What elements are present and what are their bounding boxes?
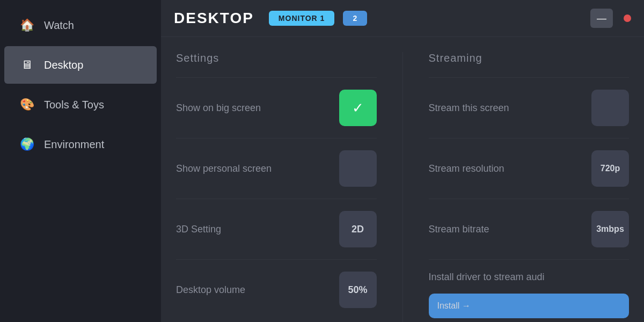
sidebar-label-tools: Tools & Toys — [44, 99, 104, 111]
install-driver-label: Install driver to stream audi — [429, 272, 630, 283]
sidebar-label-watch: Watch — [44, 19, 74, 32]
setting-label-show-big-screen: Show on big screen — [176, 103, 261, 114]
header: DESKTOP MONITOR 1 2 — — [161, 0, 644, 37]
setting-row-3d-setting: 3D Setting 2D — [176, 199, 377, 259]
sidebar-label-environment: Environment — [44, 138, 104, 151]
page-title: DESKTOP — [174, 10, 254, 27]
show-big-screen-toggle[interactable]: ✓ — [339, 90, 377, 126]
streaming-title: Streaming — [429, 52, 630, 64]
settings-panel: Settings Show on big screen ✓ Show perso… — [176, 52, 403, 322]
stream-label-resolution: Stream resolution — [429, 163, 504, 174]
stream-row-bitrate: Stream bitrate 3mbps — [429, 199, 630, 259]
sidebar-label-desktop: Desktop — [44, 59, 83, 71]
globe-icon: 🌍 — [19, 137, 34, 151]
desktop-volume-button[interactable]: 50% — [339, 272, 377, 308]
sidebar-item-environment[interactable]: 🌍 Environment — [4, 126, 157, 163]
palette-icon: 🎨 — [19, 98, 34, 112]
setting-row-show-personal-screen: Show personal screen — [176, 138, 377, 199]
main-content: DESKTOP MONITOR 1 2 — Settings Show on b… — [161, 0, 644, 322]
setting-row-show-big-screen: Show on big screen ✓ — [176, 77, 377, 138]
sidebar-item-desktop[interactable]: 🖥 Desktop — [4, 46, 157, 84]
streaming-panel: Streaming Stream this screen Stream reso… — [403, 52, 630, 322]
setting-label-show-personal-screen: Show personal screen — [176, 163, 272, 174]
minimize-button[interactable]: — — [590, 9, 613, 28]
stream-resolution-button[interactable]: 720p — [591, 150, 629, 187]
setting-label-desktop-volume: Desktop volume — [176, 284, 245, 296]
monitor2-button[interactable]: 2 — [343, 11, 367, 26]
stream-bitrate-button[interactable]: 3mbps — [591, 211, 629, 247]
home-icon: 🏠 — [19, 18, 34, 32]
status-dot — [624, 14, 631, 22]
3d-setting-button[interactable]: 2D — [339, 211, 377, 247]
stream-label-bitrate: Stream bitrate — [429, 224, 489, 235]
sidebar: 🏠 Watch 🖥 Desktop 🎨 Tools & Toys 🌍 Envir… — [0, 0, 161, 322]
setting-label-3d: 3D Setting — [176, 224, 221, 235]
stream-label-this-screen: Stream this screen — [429, 103, 509, 114]
stream-row-this-screen: Stream this screen — [429, 77, 630, 138]
settings-title: Settings — [176, 52, 377, 64]
stream-row-resolution: Stream resolution 720p — [429, 138, 630, 199]
show-personal-screen-toggle[interactable] — [339, 150, 377, 187]
content-area: Settings Show on big screen ✓ Show perso… — [161, 37, 644, 322]
install-driver-row: Install driver to stream audi Install → — [429, 259, 630, 318]
monitor1-button[interactable]: MONITOR 1 — [269, 11, 335, 26]
stream-this-screen-toggle[interactable] — [591, 90, 629, 126]
sidebar-item-tools[interactable]: 🎨 Tools & Toys — [4, 86, 157, 123]
desktop-icon: 🖥 — [19, 58, 34, 72]
install-driver-button[interactable]: Install → — [429, 294, 630, 318]
sidebar-item-watch[interactable]: 🏠 Watch — [4, 6, 157, 44]
setting-row-desktop-volume: Desktop volume 50% — [176, 259, 377, 320]
